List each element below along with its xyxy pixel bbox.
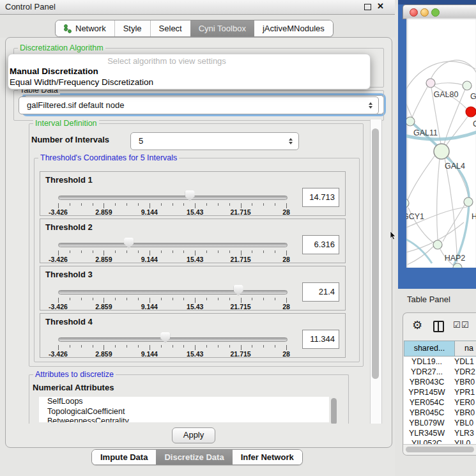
tab-discretize-data[interactable]: Discretize Data — [156, 450, 232, 464]
table-row[interactable]: YER054CYER0 — [404, 397, 476, 408]
numerical-attributes-list[interactable]: SelfLoopsTopologicalCoefficientBetweenne… — [39, 397, 329, 422]
cell-name[interactable]: YLR3 — [450, 428, 476, 438]
cell-name[interactable]: YER0 — [450, 397, 476, 408]
cell-name[interactable]: YDL1 — [450, 357, 476, 367]
tick-mark — [150, 345, 150, 350]
threshold-value-field[interactable]: 21.4 — [302, 282, 339, 302]
tick-mark — [70, 298, 70, 300]
split-view-icon[interactable] — [433, 321, 444, 332]
threshold-box: Threshold 1 -3.4262.8599.14415.4321.7152… — [40, 171, 346, 216]
attribute-list-item[interactable]: BetweennessCentrality — [39, 417, 329, 422]
screenshot-stage: Control Panel ✕ NetworkStyleSelectCyni T… — [0, 0, 476, 476]
cell-name[interactable]: YPR1 — [450, 387, 476, 397]
tick-label: 15.43 — [187, 256, 203, 263]
network-node-gcy1[interactable] — [406, 199, 409, 208]
network-node-gal11[interactable] — [406, 117, 415, 126]
dropdown-placeholder-option[interactable]: Select algorithm to view settings — [8, 56, 325, 66]
tab-network[interactable]: Network — [56, 20, 114, 36]
cell-shared-name[interactable]: YDR27... — [404, 367, 450, 377]
minimize-traffic-light-icon[interactable] — [420, 8, 429, 17]
tick-label: 15.43 — [187, 350, 203, 358]
number-of-intervals-select[interactable]: 5 — [130, 132, 299, 150]
threshold-slider-track[interactable] — [58, 337, 288, 342]
tab-impute-data[interactable]: Impute Data — [92, 450, 156, 464]
tab-jactivemnodules[interactable]: jActiveMNodules — [254, 20, 333, 36]
network-node-h[interactable] — [464, 197, 473, 206]
cell-name[interactable]: YBR0 — [450, 377, 476, 387]
network-window-titlebar[interactable] — [403, 4, 476, 19]
panel-scrollbar-thumb[interactable] — [372, 128, 379, 379]
cell-name[interactable]: YBL0 — [450, 418, 476, 428]
tick-mark — [195, 203, 196, 208]
network-node-c[interactable] — [466, 107, 476, 117]
cell-shared-name[interactable]: YBR043C — [404, 377, 450, 387]
dropdown-option-manual-discretization[interactable]: Manual Discretization — [10, 66, 98, 76]
cell-shared-name[interactable]: YBL079W — [404, 418, 450, 428]
table-row[interactable]: YDR27...YDR2 — [404, 367, 476, 377]
threshold-value-field[interactable]: 11.344 — [302, 330, 339, 349]
table-hscrollbar[interactable] — [403, 444, 476, 455]
gear-icon[interactable]: ⚙ — [412, 318, 422, 332]
tick-label: 9.144 — [141, 303, 158, 311]
network-node-label: H — [472, 212, 476, 221]
panel-scrollbar[interactable] — [370, 119, 382, 424]
tab-style[interactable]: Style — [114, 20, 150, 36]
column-header-name[interactable]: na — [455, 341, 476, 357]
close-traffic-light-icon[interactable] — [410, 8, 418, 17]
threshold-slider-track[interactable] — [58, 196, 288, 200]
cell-name[interactable]: YDR2 — [450, 367, 476, 377]
cell-shared-name[interactable]: YER054C — [404, 397, 450, 408]
tick-mark — [241, 298, 242, 303]
table-row[interactable]: YLR345WYLR3 — [404, 428, 476, 438]
threshold-slider-track[interactable] — [58, 243, 288, 247]
checkbox-icon[interactable]: ☑ — [461, 320, 469, 330]
tick-mark — [229, 250, 230, 253]
cell-shared-name[interactable]: YBR045C — [404, 408, 450, 418]
threshold-slider-track[interactable] — [58, 290, 288, 295]
tick-mark — [173, 250, 173, 253]
table-data-select[interactable]: galFiltered.sif default node — [19, 96, 379, 114]
combo-arrows-icon — [369, 102, 372, 109]
attributes-list-scrollbar[interactable] — [331, 398, 337, 424]
network-node-gal80[interactable] — [426, 79, 435, 88]
tick-mark — [195, 250, 196, 256]
tab-label: Select — [159, 24, 182, 33]
table-row[interactable]: YPR145WYPR1 — [404, 387, 476, 397]
control-panel-titlebar: Control Panel ✕ — [0, 0, 396, 15]
tick-label: 9.144 — [141, 256, 158, 263]
zoom-traffic-light-icon[interactable] — [431, 8, 440, 17]
checkbox-icon[interactable]: ☑ — [453, 320, 461, 330]
network-node-gal4[interactable] — [434, 144, 449, 159]
table-row[interactable]: YBL079WYBL0 — [404, 418, 476, 428]
close-icon[interactable]: ✕ — [377, 1, 384, 11]
table-hscrollbar-thumb[interactable] — [406, 447, 474, 452]
network-node-label: GAL80 — [434, 90, 459, 99]
table-row[interactable]: YBR045CYBR0 — [404, 408, 476, 418]
tab-label: Impute Data — [100, 452, 148, 462]
attribute-list-item[interactable]: SelfLoops — [39, 397, 329, 407]
threshold-box: Threshold 2 -3.4262.8599.14415.4321.7152… — [40, 219, 346, 263]
table-row[interactable]: YBR043CYBR0 — [404, 377, 476, 387]
cell-name[interactable]: YBR0 — [450, 408, 476, 418]
table-row[interactable]: YDL19...YDL1 — [404, 357, 476, 367]
tab-infer-network[interactable]: Infer Network — [233, 450, 302, 464]
network-node-hap2[interactable] — [433, 240, 442, 249]
column-header-shared[interactable]: shared... — [404, 341, 455, 357]
cell-shared-name[interactable]: YDL19... — [404, 357, 450, 367]
tick-mark — [286, 203, 287, 208]
apply-button[interactable]: Apply — [172, 427, 215, 443]
tab-select[interactable]: Select — [150, 20, 190, 36]
threshold-value-field[interactable]: 14.713 — [302, 188, 339, 207]
tab-label: Cyni Toolbox — [199, 24, 246, 33]
dropdown-option-equal-width[interactable]: Equal Width/Frequency Discretization — [10, 77, 153, 87]
tick-mark — [93, 203, 93, 206]
cell-shared-name[interactable]: YLR345W — [404, 428, 450, 438]
network-canvas[interactable]: GAL80GACGAL11GAL4GCY1HHAP2 — [406, 18, 476, 268]
tab-cyni-toolbox[interactable]: Cyni Toolbox — [190, 20, 254, 36]
cell-shared-name[interactable]: YPR145W — [404, 387, 450, 397]
threshold-value-field[interactable]: 6.316 — [302, 235, 339, 254]
float-window-icon[interactable] — [364, 4, 371, 10]
network-node-ga[interactable] — [463, 81, 472, 90]
attribute-list-item[interactable]: TopologicalCoefficient — [39, 407, 329, 417]
tick-mark — [252, 250, 252, 253]
